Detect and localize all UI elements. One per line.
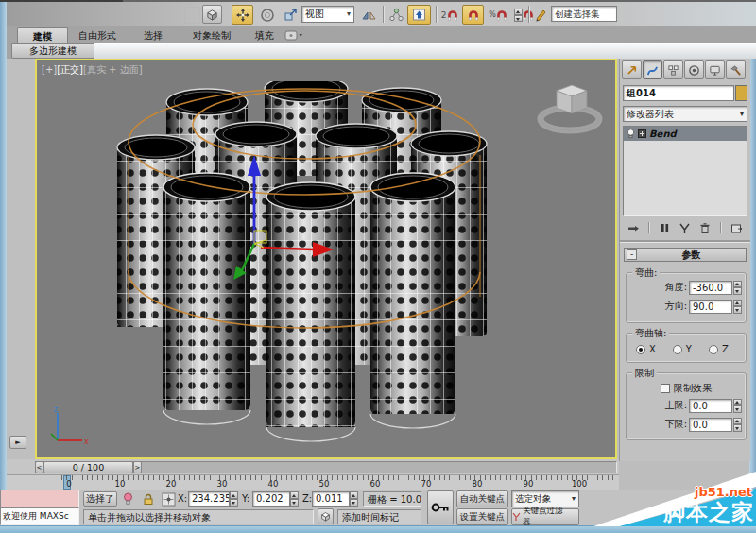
polygon-modeling-label: 多边形建模: [29, 45, 77, 56]
remove-modifier-trash-icon[interactable]: [699, 222, 711, 234]
absolute-mode-toggle-icon[interactable]: [160, 490, 177, 507]
utilities-hammer-icon: [730, 64, 742, 77]
named-selection-set-input[interactable]: 创建选择集: [551, 6, 617, 22]
lightbulb-icon[interactable]: [627, 129, 635, 139]
auto-key-button[interactable]: 自动关键点: [456, 490, 508, 507]
open-mini-curve-editor-button[interactable]: ►: [9, 436, 26, 449]
lower-limit-spinner[interactable]: [733, 418, 742, 432]
next-frame-button[interactable]: >: [133, 461, 142, 473]
direction-field[interactable]: 90.0: [689, 300, 732, 314]
set-key-button[interactable]: 设置关键点: [456, 508, 508, 525]
collapse-toggle[interactable]: -: [627, 249, 637, 260]
upper-limit-field[interactable]: 0.0: [689, 399, 732, 413]
modifier-stack-row-bend[interactable]: Bend: [624, 127, 747, 141]
viewport-mode-menu[interactable]: [+]: [42, 64, 57, 75]
tab-modeling-label: 建模: [33, 31, 52, 42]
magnet-icon: [496, 9, 507, 21]
parameters-rollout-header[interactable]: - 参数: [624, 248, 747, 262]
angle-spinner[interactable]: [733, 281, 742, 295]
direction-label: 方向:: [665, 299, 687, 314]
limit-effect-checkbox[interactable]: [661, 384, 670, 393]
key-filters-button[interactable]: 关键点过滤器...: [511, 508, 579, 525]
selection-lock-icon[interactable]: [140, 491, 156, 507]
viewport-projection-menu[interactable]: [正交]: [57, 64, 83, 75]
maxscript-bulb-icon[interactable]: [121, 491, 135, 507]
schematic-view-icon: [389, 8, 404, 22]
axis-y-radio[interactable]: [673, 345, 682, 354]
svg-text:z: z: [54, 406, 58, 414]
chevron-down-icon: ▾: [347, 8, 351, 21]
y-coordinate-label: Y:: [242, 491, 249, 507]
edit-named-sets-button[interactable]: [532, 5, 549, 25]
polygon-modeling-panel-button[interactable]: 多边形建模: [11, 43, 94, 59]
viewport[interactable]: [+][正交][真实 + 边面]: [35, 59, 617, 459]
set-keys-button[interactable]: [427, 490, 454, 524]
add-time-tag[interactable]: 添加时间标记: [337, 509, 421, 524]
percent-snap-button[interactable]: %: [487, 5, 509, 25]
rotate-button[interactable]: [257, 5, 278, 25]
tab-object-paint[interactable]: 对象绘制: [193, 29, 231, 43]
expand-plus-icon[interactable]: [638, 129, 646, 138]
time-slider-handle[interactable]: 0 / 100: [43, 461, 133, 473]
view-dropdown-label: 视图: [305, 8, 347, 21]
tab-hierarchy[interactable]: [663, 60, 683, 79]
svg-text:x: x: [84, 438, 89, 446]
viewport-shading-menu[interactable]: [真实 + 边面]: [83, 64, 143, 75]
track-bar[interactable]: 0 10 20 30 40 50 60 70 80 90 100: [7, 474, 619, 490]
snap-toggle-button[interactable]: 2: [439, 5, 460, 25]
pin-stack-icon[interactable]: [627, 222, 640, 234]
object-name-field[interactable]: 组014: [623, 85, 734, 101]
y-coordinate-field[interactable]: 0.202: [252, 491, 290, 507]
z-spinner[interactable]: [350, 491, 358, 507]
tab-modify[interactable]: [643, 60, 662, 79]
divider: [648, 222, 650, 233]
axis-z-radio[interactable]: [709, 345, 718, 354]
mirror-button[interactable]: [358, 5, 379, 25]
select-object-button[interactable]: [202, 5, 222, 24]
maxscript-macro-recorder[interactable]: [0, 490, 79, 507]
z-coordinate-field[interactable]: 0.011: [312, 491, 350, 507]
tab-selection[interactable]: 选择: [144, 29, 163, 43]
tab-utilities[interactable]: [726, 60, 746, 79]
angle-snap-button[interactable]: [462, 5, 484, 25]
tab-create[interactable]: [622, 60, 642, 79]
bend-group-caption: 弯曲:: [632, 266, 660, 280]
viewport-label[interactable]: [+][正交][真实 + 边面]: [42, 63, 143, 77]
isolate-selection-toggle[interactable]: [318, 508, 334, 524]
ruler-tick: 80: [472, 479, 483, 489]
layer-manager-button[interactable]: [407, 5, 431, 25]
tab-freeform[interactable]: 自由形式: [78, 29, 116, 43]
ribbon-config-button[interactable]: [284, 29, 304, 42]
key-icon: [431, 502, 450, 513]
pencil-icon: [534, 9, 547, 22]
schematic-view-button[interactable]: [387, 5, 405, 25]
tab-modeling[interactable]: 建模: [17, 27, 68, 44]
ruler-tick: 90: [524, 479, 534, 489]
direction-spinner[interactable]: [733, 300, 742, 314]
maxscript-listener[interactable]: 欢迎使用 MAXSc: [0, 507, 79, 525]
viewcube[interactable]: [534, 77, 606, 136]
configure-modifier-sets-icon[interactable]: [730, 222, 743, 234]
move-button[interactable]: [232, 5, 253, 25]
tab-populate[interactable]: 填充: [255, 29, 274, 43]
y-spinner[interactable]: [290, 491, 299, 507]
scale-button[interactable]: [281, 5, 300, 25]
tab-display[interactable]: [705, 60, 725, 79]
ribbon-config-icon: [284, 30, 303, 41]
tab-motion[interactable]: [684, 60, 704, 79]
selected-status-button[interactable]: 选择了: [83, 491, 117, 507]
object-color-swatch[interactable]: [735, 85, 747, 101]
bend-axis-group: 弯曲轴: X Y Z: [626, 333, 747, 363]
axis-x-radio[interactable]: [636, 345, 645, 354]
reference-coordinate-dropdown[interactable]: 视图 ▾: [301, 6, 354, 23]
x-coordinate-field[interactable]: 234.235: [188, 491, 230, 507]
upper-limit-spinner[interactable]: [733, 399, 742, 413]
previous-frame-button[interactable]: <: [35, 461, 43, 473]
lower-limit-field[interactable]: 0.0: [689, 418, 732, 432]
modifier-list-dropdown[interactable]: 修改器列表 ▾: [623, 106, 747, 122]
angle-field[interactable]: -360.0: [689, 281, 732, 295]
x-spinner[interactable]: [230, 491, 238, 507]
lock-stack-icon[interactable]: [660, 222, 670, 234]
toolbar-separator: [436, 6, 438, 23]
show-end-result-icon[interactable]: [679, 222, 691, 234]
